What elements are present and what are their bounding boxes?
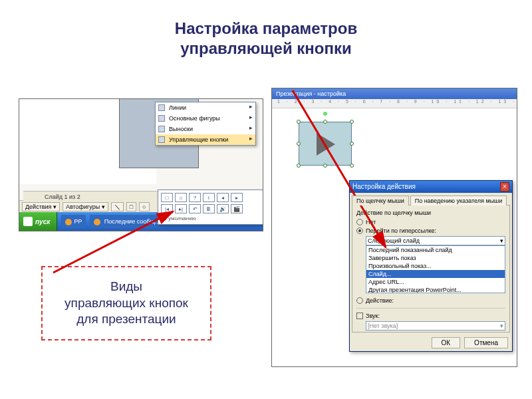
action-buttons-icon — [158, 136, 165, 143]
list-item-selected[interactable]: Слайд... — [366, 270, 505, 278]
title-line1: Настройка параметров — [175, 19, 357, 37]
ok-button[interactable]: ОК — [432, 337, 461, 348]
menu-callouts-label: Выноски — [169, 126, 193, 132]
list-item[interactable]: Произвольный показ... — [366, 262, 505, 270]
option-action-label: Действие: — [366, 297, 394, 304]
play-action-button[interactable] — [299, 122, 352, 166]
combo-value: Следующий слайд — [368, 237, 420, 244]
option-none-row[interactable]: Нет — [356, 219, 505, 225]
ruler: 1 · 2 · 3 · 4 · 5 · 6 · 7 · 8 · 9 · 10 ·… — [272, 99, 517, 108]
firefox-icon — [94, 219, 100, 225]
radio-action[interactable] — [356, 297, 363, 304]
taskbar-app-1[interactable]: PP — [61, 215, 86, 228]
section-label: Действие по щелчку мыши — [356, 209, 505, 216]
sound-label: Звук: — [366, 313, 380, 319]
radio-none[interactable] — [356, 219, 363, 225]
btn-sound[interactable]: 🔊 — [217, 204, 229, 213]
option-none-label: Нет — [366, 219, 376, 225]
resize-handle[interactable] — [323, 164, 327, 168]
dialog-tabs: По щелчку мыши По наведению указателя мы… — [350, 193, 512, 205]
menu-callouts[interactable]: Выноски — [156, 124, 255, 134]
taskbar-task-label: Последние сообщ... — [104, 218, 160, 225]
dialog-title: Настройка действия — [352, 181, 416, 193]
chevron-down-icon: ▾ — [500, 323, 503, 329]
callout-line3: для презентации — [76, 312, 176, 326]
btn-movie[interactable]: 🎬 — [231, 204, 243, 213]
action-settings-dialog: Настройка действия × По щелчку мыши По н… — [349, 180, 513, 352]
menu-shapes-label: Основные фигуры — [169, 115, 220, 122]
btn-last[interactable]: ▸| — [175, 204, 187, 213]
autoshapes-dropdown[interactable]: Автофигуры ▾ — [63, 202, 108, 211]
resize-handle[interactable] — [297, 120, 301, 124]
resize-handle[interactable] — [350, 120, 354, 124]
resize-handle[interactable] — [350, 164, 354, 168]
menu-lines[interactable]: Линии — [156, 102, 255, 113]
btn-help[interactable]: ? — [189, 193, 201, 202]
slide-canvas — [19, 99, 156, 184]
shapes-icon — [158, 115, 165, 122]
screenshot-action-dialog: Презентация - настройка 1 · 2 · 3 · 4 · … — [271, 88, 517, 367]
dialog-titlebar[interactable]: Настройка действия × — [350, 181, 512, 193]
grid-default-label: по умолчанию — [161, 215, 261, 221]
toolbar-icon-2[interactable]: □ — [126, 202, 136, 211]
tab-click[interactable]: По щелчку мыши — [352, 196, 409, 205]
checkbox-sound[interactable] — [356, 313, 363, 319]
tab-hover[interactable]: По наведению указателя мыши — [410, 196, 507, 205]
btn-custom[interactable]: □ — [161, 193, 173, 202]
start-label: пуск — [35, 218, 50, 225]
app-icon — [65, 219, 72, 225]
sound-row[interactable]: Звук: — [356, 313, 505, 319]
option-action-row[interactable]: Действие: — [356, 297, 505, 304]
btn-document[interactable]: 🗎 — [203, 204, 215, 213]
lines-icon — [158, 104, 165, 111]
sound-value: [Нет звука] — [368, 323, 398, 329]
actions-dropdown[interactable]: Действия ▾ — [22, 202, 60, 211]
title-line2: управляющей кнопки — [180, 39, 351, 57]
hyperlink-combo[interactable]: Следующий слайд ▾ — [366, 236, 505, 245]
screenshot-autoshapes: Действия ▾ Автофигуры ▾ ＼ □ ○ Слайд 1 из… — [19, 98, 263, 231]
list-item[interactable]: Завершить показ — [366, 254, 505, 262]
taskbar-app-2[interactable]: Последние сообщ... — [90, 215, 164, 228]
hyperlink-listbox[interactable]: Последний показанный слайд Завершить пок… — [366, 245, 505, 293]
radio-hyperlink[interactable] — [356, 227, 363, 234]
menu-basic-shapes[interactable]: Основные фигуры — [156, 113, 255, 124]
cancel-button[interactable]: Отмена — [464, 337, 508, 348]
autoshapes-menu: Линии Основные фигуры Выноски Управляющи… — [155, 102, 256, 146]
chevron-down-icon: ▾ — [500, 237, 503, 244]
btn-return[interactable]: ↶ — [189, 204, 201, 213]
close-icon[interactable]: × — [500, 182, 509, 192]
sound-combo[interactable]: [Нет звука] ▾ — [366, 321, 505, 331]
resize-handle[interactable] — [350, 142, 354, 146]
list-item[interactable]: Адрес URL... — [366, 278, 505, 286]
list-item[interactable]: Последний показанный слайд — [366, 246, 505, 254]
windows-logo-icon — [23, 217, 33, 226]
callout-box: Виды управляющих кнопок для презентации — [41, 266, 211, 340]
app-titlebar: Презентация - настройка — [272, 88, 517, 99]
callout-line2: управляющих кнопок — [65, 296, 188, 310]
btn-forward[interactable]: ▸ — [231, 193, 243, 202]
rotation-handle[interactable] — [323, 112, 327, 116]
resize-handle[interactable] — [297, 164, 301, 168]
menu-action-buttons-label: Управляющие кнопки — [169, 136, 228, 143]
option-hyperlink-label: Перейти по гиперссылке: — [366, 227, 436, 234]
btn-first[interactable]: |◂ — [161, 204, 173, 213]
toolbar-icon-1[interactable]: ＼ — [111, 202, 124, 211]
start-button[interactable]: пуск — [19, 212, 57, 231]
callouts-icon — [158, 126, 165, 132]
resize-handle[interactable] — [323, 120, 327, 124]
option-hyperlink-row[interactable]: Перейти по гиперссылке: — [356, 227, 505, 234]
callout-line1: Виды — [110, 279, 142, 293]
dialog-body: Действие по щелчку мыши Нет Перейти по г… — [352, 205, 510, 332]
btn-home[interactable]: ⌂ — [175, 193, 187, 202]
menu-lines-label: Линии — [169, 104, 186, 111]
action-buttons-grid: □ ⌂ ? i ◂ ▸ |◂ ▸| ↶ 🗎 🔊 🎬 по умолчанию — [158, 190, 263, 225]
page-title: Настройка параметров управляющей кнопки — [0, 19, 532, 59]
btn-info[interactable]: i — [203, 193, 215, 202]
toolbar-icon-3[interactable]: ○ — [139, 202, 149, 211]
resize-handle[interactable] — [297, 142, 301, 146]
dialog-buttons: ОК Отмена — [350, 334, 512, 351]
list-item[interactable]: Другая презентация PowerPoint... — [366, 286, 505, 293]
btn-back[interactable]: ◂ — [217, 193, 229, 202]
slide-editor: Настройка действия × По щелчку мыши По н… — [272, 108, 517, 366]
menu-action-buttons[interactable]: Управляющие кнопки — [156, 134, 255, 145]
